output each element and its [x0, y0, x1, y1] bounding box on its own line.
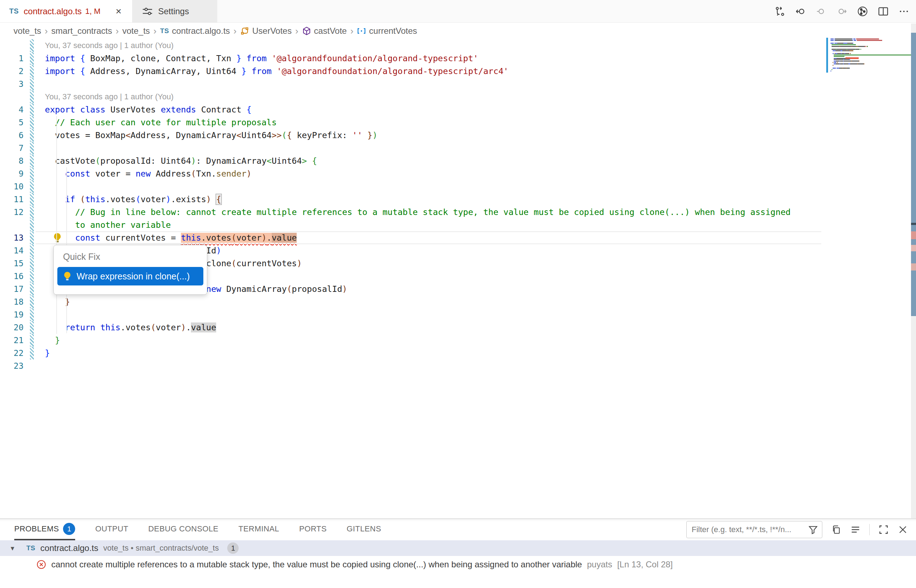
problems-filter[interactable]	[686, 521, 822, 538]
breadcrumb-item-UserVotes[interactable]: UserVotes	[240, 26, 292, 36]
editor-scrollbar[interactable]	[911, 24, 916, 518]
code-line-18[interactable]: 18 }	[0, 296, 824, 308]
panel-tab-problems[interactable]: PROBLEMS1	[14, 519, 75, 540]
tab-label: contract.algo.ts	[24, 6, 82, 16]
panel-tab-gitlens[interactable]: GITLENS	[346, 519, 381, 540]
code-line-23[interactable]: 23	[0, 360, 824, 372]
code-line-22[interactable]: 22}	[0, 347, 824, 360]
editor-tab-bar: TS contract.algo.ts 1, M × Settings	[0, 0, 916, 23]
code-line-5[interactable]: 5 // Each user can vote for multiple pro…	[0, 116, 824, 129]
codelens-row[interactable]: You, 37 seconds ago | 1 author (You)	[0, 39, 824, 52]
code-line-19[interactable]: 19	[0, 308, 824, 321]
typescript-file-icon: TS	[9, 7, 19, 15]
code-line-9[interactable]: 9 const voter = new Address(Txn.sender)	[0, 167, 824, 180]
code-line-11[interactable]: 11 if (this.votes(voter).exists) {	[0, 193, 824, 206]
line-number: 18	[0, 297, 29, 307]
line-number: 19	[0, 310, 29, 319]
view-as-table-icon[interactable]	[850, 524, 861, 535]
tab-settings[interactable]: Settings	[133, 0, 217, 23]
breadcrumb-separator: ›	[295, 26, 298, 37]
code-text: return this.votes(voter).value	[45, 323, 216, 333]
source-control-compare-icon[interactable]	[774, 6, 786, 17]
minimap-line	[833, 53, 851, 54]
codelens-blame[interactable]: You, 37 seconds ago | 1 author (You)	[45, 92, 173, 102]
close-panel-icon[interactable]	[898, 524, 908, 535]
line-number: 4	[0, 105, 29, 114]
filter-funnel-icon[interactable]	[808, 524, 819, 535]
error-icon	[36, 559, 46, 570]
navigate-back-icon[interactable]	[795, 6, 806, 17]
typescript-file-icon: TS	[26, 544, 35, 552]
copy-all-icon[interactable]	[831, 524, 842, 535]
panel-tab-debug-console[interactable]: DEBUG CONSOLE	[148, 519, 218, 540]
code-editor[interactable]: You, 37 seconds ago | 1 author (You)1imp…	[0, 39, 824, 372]
panel-tab-output[interactable]: OUTPUT	[95, 519, 128, 540]
breadcrumb-item-vote_ts[interactable]: vote_ts	[122, 26, 150, 36]
error-source: puyats	[587, 559, 612, 570]
breadcrumb-item-smart_contracts[interactable]: smart_contracts	[51, 26, 112, 36]
git-added-gutter	[30, 193, 34, 206]
tab-contract-algo-ts[interactable]: TS contract.algo.ts 1, M ×	[0, 0, 133, 23]
code-line-8[interactable]: 8 castVote(proposalId: Uint64): DynamicA…	[0, 155, 824, 167]
code-line-21[interactable]: 21 }	[0, 334, 824, 347]
minimap-line	[833, 62, 838, 63]
code-line-13[interactable]: 13 const currentVotes = this.votes(voter…	[0, 231, 824, 244]
overview-ruler-cursor-mark	[911, 223, 916, 225]
codelens-row[interactable]: You, 37 seconds ago | 1 author (You)	[0, 90, 824, 103]
breadcrumb-item-currentVotes[interactable]: currentVotes	[357, 26, 417, 36]
code-line-2[interactable]: 2import { Address, DynamicArray, Uint64 …	[0, 65, 824, 78]
code-line-12[interactable]: 12 // Bug in line below: cannot create m…	[0, 206, 824, 218]
class-icon	[240, 26, 249, 36]
code-line-3[interactable]: 3	[0, 78, 824, 90]
git-added-gutter	[30, 155, 34, 167]
breadcrumb-item-vote_ts[interactable]: vote_ts	[13, 26, 41, 36]
line-number: 10	[0, 182, 29, 191]
code-text: votes = BoxMap<Address, DynamicArray<Uin…	[45, 130, 377, 140]
code-line-20[interactable]: 20 return this.votes(voter).value	[0, 321, 824, 334]
minimap-line	[834, 57, 859, 58]
breadcrumb-separator: ›	[234, 26, 237, 37]
breadcrumb-item-contract.algo.ts[interactable]: TScontract.algo.ts	[160, 26, 230, 36]
more-actions-icon[interactable]	[898, 6, 910, 17]
minimap-line	[834, 55, 912, 55]
codelens-blame[interactable]: You, 37 seconds ago | 1 author (You)	[45, 41, 173, 50]
code-line-7[interactable]: 7	[0, 142, 824, 155]
breadcrumb-separator: ›	[116, 26, 119, 37]
code-line-wrap[interactable]: to another variable	[0, 218, 824, 231]
scrollbar-thumb[interactable]	[911, 33, 916, 316]
git-added-gutter	[30, 218, 34, 231]
problem-error-row[interactable]: cannot create multiple references to a m…	[0, 556, 916, 573]
git-added-gutter	[30, 39, 34, 52]
close-tab-icon[interactable]: ×	[114, 6, 123, 17]
line-number: 3	[0, 79, 29, 89]
git-added-gutter	[30, 321, 34, 334]
maximize-panel-icon[interactable]	[878, 524, 889, 535]
breadcrumb: vote_ts›smart_contracts›vote_ts›TScontra…	[0, 23, 823, 39]
problems-file-row[interactable]: ▾ TS contract.algo.ts vote_ts • smart_co…	[0, 540, 916, 556]
minimap-line	[832, 44, 856, 45]
previous-change-icon[interactable]	[816, 6, 827, 17]
split-editor-icon[interactable]	[877, 6, 889, 17]
code-line-10[interactable]: 10	[0, 180, 824, 193]
quick-fix-action-label: Wrap expression in clone(...)	[76, 271, 190, 281]
git-added-gutter	[30, 296, 34, 308]
next-change-icon[interactable]	[836, 6, 848, 17]
code-line-1[interactable]: 1import { BoxMap, clone, Contract, Txn }…	[0, 52, 824, 65]
git-added-gutter	[30, 90, 34, 103]
panel-tab-ports[interactable]: PORTS	[299, 519, 327, 540]
minimap[interactable]	[823, 24, 911, 518]
commit-graph-icon[interactable]	[857, 6, 868, 17]
line-number: 2	[0, 66, 29, 76]
code-line-4[interactable]: 4export class UserVotes extends Contract…	[0, 103, 824, 116]
lightbulb-icon[interactable]	[52, 233, 63, 243]
git-added-gutter	[30, 206, 34, 218]
git-added-gutter	[30, 244, 34, 257]
code-line-6[interactable]: 6 votes = BoxMap<Address, DynamicArray<U…	[0, 129, 824, 142]
quick-fix-action[interactable]: Wrap expression in clone(...)	[57, 267, 203, 286]
chevron-down-icon[interactable]: ▾	[11, 544, 21, 552]
problems-filter-input[interactable]	[692, 525, 808, 534]
typescript-file-icon: TS	[160, 27, 169, 35]
problems-count-badge: 1	[63, 523, 75, 535]
breadcrumb-item-castVote[interactable]: castVote	[302, 26, 347, 36]
panel-tab-terminal[interactable]: TERMINAL	[238, 519, 279, 540]
